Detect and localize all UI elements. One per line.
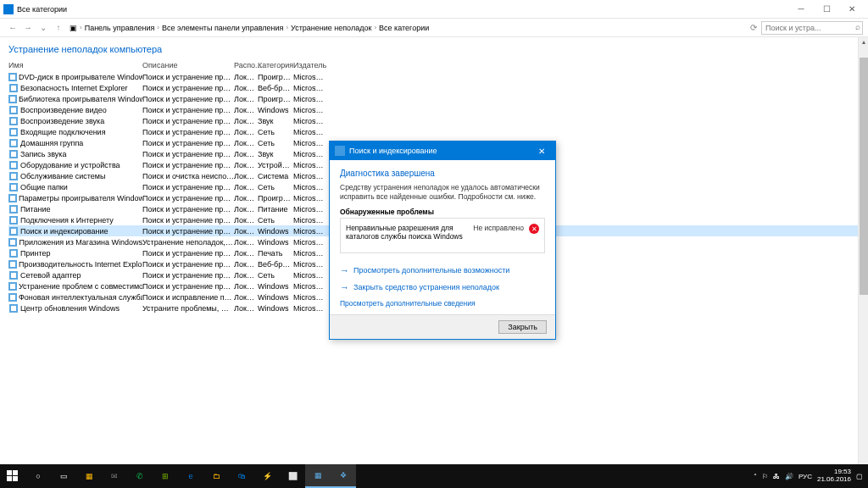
item-desc: Поиск и устранение проблем с ... — [142, 139, 234, 147]
item-desc: Поиск и устранение проблем с ... — [142, 150, 234, 158]
taskbar-app[interactable]: ⬜ — [280, 464, 305, 488]
language-indicator[interactable]: РУС — [798, 473, 812, 480]
taskbar-app[interactable]: ❖ — [331, 464, 356, 488]
network-icon[interactable]: 🖧 — [773, 473, 780, 480]
col-cat[interactable]: Категория — [258, 61, 293, 69]
problem-row[interactable]: Неправильные разрешения для каталогов сл… — [340, 218, 545, 253]
item-loc: Локал... — [234, 183, 258, 191]
taskbar-app[interactable]: ▦ — [76, 464, 102, 488]
item-icon — [8, 139, 19, 147]
svg-rect-23 — [10, 196, 15, 201]
item-loc: Локал... — [234, 117, 258, 125]
item-desc: Поиск и очистка неиспользуемы... — [142, 172, 234, 180]
svg-rect-15 — [11, 152, 16, 157]
col-desc[interactable]: Описание — [142, 61, 234, 69]
breadcrumb-item[interactable]: Все категории — [379, 24, 429, 32]
scroll-thumb[interactable] — [860, 58, 868, 295]
close-button[interactable]: Закрыть — [498, 320, 547, 334]
item-loc: Локал... — [234, 282, 258, 291]
svg-rect-31 — [10, 240, 15, 245]
minimize-button[interactable]: ─ — [788, 1, 814, 18]
item-pub: Microsof... — [293, 238, 327, 247]
col-loc[interactable]: Распо... — [234, 61, 258, 69]
item-pub: Microsoft ... — [293, 150, 327, 158]
list-item[interactable]: Входящие подключенияПоиск и устранение п… — [8, 126, 860, 137]
item-cat: Устройство — [258, 161, 293, 169]
search-input[interactable] — [761, 21, 863, 35]
taskbar-app[interactable]: e — [178, 464, 203, 488]
scroll-up-icon[interactable]: ▴ — [859, 37, 868, 47]
breadcrumb-item[interactable]: Панель управления — [85, 24, 155, 32]
close-button[interactable]: ✕ — [839, 1, 865, 18]
system-tray[interactable]: ˄ ⚐ 🖧 🔊 РУС 19:53 21.06.2016 ▢ — [754, 469, 868, 484]
svg-rect-19 — [11, 174, 16, 179]
item-desc: Поиск и устранение проблем с ... — [142, 161, 234, 169]
item-pub: Microsoft ... — [293, 205, 327, 214]
action-center-icon[interactable]: ▢ — [856, 473, 863, 480]
tray-icon[interactable]: ⚐ — [762, 473, 768, 480]
back-button[interactable]: ← — [5, 20, 20, 36]
maximize-button[interactable]: ☐ — [814, 1, 839, 18]
search-icon[interactable]: ○ — [25, 464, 51, 488]
item-pub: Microsoft ... — [293, 183, 327, 191]
breadcrumb[interactable]: ▣ › Панель управления› Все элементы пане… — [66, 24, 746, 32]
taskbar-app[interactable]: ✉ — [102, 464, 127, 488]
dialog-close-button[interactable]: ✕ — [533, 147, 550, 156]
taskbar-app[interactable]: ⚡ — [254, 464, 280, 488]
taskbar-app[interactable]: ▦ — [305, 464, 331, 488]
item-name: Запись звука — [20, 150, 66, 158]
list-item[interactable]: Воспроизведение звукаПоиск и устранение … — [8, 115, 860, 126]
col-pub[interactable]: Издатель — [293, 61, 327, 69]
forward-button[interactable]: → — [20, 20, 36, 36]
item-pub: Microsoft ... — [293, 139, 327, 147]
tray-up-icon[interactable]: ˄ — [754, 473, 757, 480]
item-cat: Windows — [258, 227, 293, 236]
list-item[interactable]: Библиотека проигрывателя Windows MediaПо… — [8, 93, 860, 104]
svg-rect-45 — [13, 470, 18, 475]
breadcrumb-item[interactable]: Все элементы панели управления — [162, 24, 283, 32]
folder-icon: ▣ — [70, 24, 77, 32]
item-icon — [8, 260, 17, 269]
list-item[interactable]: Воспроизведение видеоПоиск и устранение … — [8, 104, 860, 115]
list-item[interactable]: DVD-диск в проигрывателе Windows MediaПо… — [8, 71, 860, 82]
col-name[interactable]: Имя — [8, 61, 142, 69]
item-cat: Windows — [258, 282, 293, 291]
item-loc: Локал... — [234, 73, 258, 81]
dialog-heading: Диагностика завершена — [340, 169, 545, 178]
item-icon — [8, 84, 19, 92]
svg-rect-41 — [10, 295, 15, 300]
start-button[interactable] — [0, 464, 25, 488]
more-details-link[interactable]: Просмотреть дополнительные сведения — [340, 299, 545, 308]
scrollbar[interactable]: ▴ — [858, 37, 868, 464]
close-troubleshooter-link[interactable]: → Закрыть средство устранения неполадок — [340, 279, 545, 296]
item-cat: Windows — [258, 106, 293, 114]
item-cat: Проигры... — [258, 194, 293, 202]
dialog-desc: Средству устранения неполадок не удалось… — [340, 183, 545, 201]
list-item[interactable]: Безопасность Internet ExplorerПоиск и ус… — [8, 82, 860, 93]
item-pub: Microsoft ... — [293, 95, 327, 103]
taskbar-app[interactable]: ✆ — [127, 464, 153, 488]
item-loc: Локал... — [234, 139, 258, 147]
column-headers[interactable]: Имя Описание Распо... Категория Издатель — [0, 58, 868, 71]
recent-button[interactable]: ⌄ — [36, 20, 51, 36]
breadcrumb-item[interactable]: Устранение неполадок — [291, 24, 371, 32]
taskbar-app[interactable]: 🛍 — [229, 464, 254, 488]
up-button[interactable]: ↑ — [51, 20, 66, 36]
item-loc: Локал... — [234, 150, 258, 158]
svg-rect-33 — [11, 251, 16, 256]
item-loc: Локал... — [234, 304, 258, 313]
dialog-titlebar[interactable]: Поиск и индексирование ✕ — [330, 141, 555, 160]
volume-icon[interactable]: 🔊 — [785, 473, 793, 480]
taskbar-app[interactable]: 🗀 — [203, 464, 229, 488]
refresh-button[interactable]: ⟳ — [746, 20, 761, 36]
task-view-icon[interactable]: ▭ — [51, 464, 76, 488]
item-desc: Устранение неполадок, которы... — [142, 238, 234, 247]
clock[interactable]: 19:53 21.06.2016 — [817, 469, 851, 484]
item-pub: Microsoft ... — [293, 117, 327, 125]
taskbar-app[interactable]: ⊞ — [153, 464, 178, 488]
item-loc: Локал... — [234, 128, 258, 136]
view-more-options-link[interactable]: → Просмотреть дополнительные возможности — [340, 262, 545, 279]
item-loc: Локал... — [234, 238, 258, 247]
item-desc: Поиск и устранение проблем с ... — [142, 282, 234, 291]
item-desc: Поиск и устранение проблем с ... — [142, 216, 234, 225]
